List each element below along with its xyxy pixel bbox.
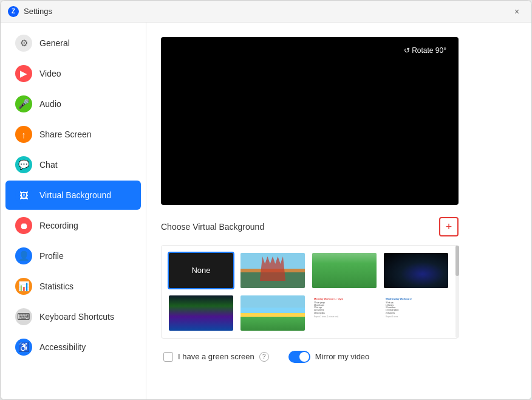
accessibility-icon: ♿: [15, 339, 32, 356]
app-icon: Z: [8, 6, 19, 17]
video-icon: ▶: [15, 65, 32, 82]
profile-icon: 👤: [15, 247, 32, 264]
sidebar-label-virtual-background: Virtual Background: [39, 190, 111, 200]
virtual-background-icon: 🖼: [15, 187, 32, 204]
keyboard-shortcuts-icon: ⌨: [15, 308, 32, 325]
sidebar-item-profile[interactable]: 👤 Profile: [5, 241, 141, 271]
mirror-video-toggle[interactable]: [288, 351, 310, 363]
content-area: ⚙ General ▶ Video 🎤 Audio ↑ Share Screen…: [1, 22, 531, 399]
add-background-button[interactable]: +: [439, 217, 459, 236]
scrollbar-track[interactable]: [455, 246, 459, 338]
bg-none-label: None: [169, 253, 233, 288]
video-preview: ↺ Rotate 90°: [161, 37, 459, 205]
sidebar-label-recording: Recording: [39, 221, 78, 230]
bg-item-workout2[interactable]: Wednesday Workout 2 30 sit ups15 lunges2…: [383, 294, 449, 332]
bg-grid: None: [168, 252, 452, 332]
bg-item-aurora[interactable]: [168, 294, 234, 332]
green-screen-checkbox[interactable]: [163, 352, 173, 362]
sidebar-item-accessibility[interactable]: ♿ Accessibility: [5, 333, 141, 362]
general-icon: ⚙: [15, 35, 32, 52]
bg-item-bridge[interactable]: [239, 252, 306, 289]
bg-aurora-preview: [169, 295, 233, 331]
bg-item-none[interactable]: None: [168, 252, 234, 289]
scrollbar-thumb[interactable]: [455, 246, 459, 276]
bottom-options: I have a green screen ? Mirror my video: [161, 351, 517, 363]
sidebar-item-recording[interactable]: ⏺ Recording: [5, 211, 141, 240]
sidebar-label-chat: Chat: [39, 160, 58, 170]
titlebar-title: Settings: [24, 7, 52, 16]
bg-grid-container: None: [161, 245, 459, 339]
green-screen-group: I have a green screen ?: [163, 352, 269, 362]
sidebar-item-virtual-background[interactable]: 🖼 Virtual Background: [5, 181, 141, 210]
share-screen-icon: ↑: [15, 126, 32, 143]
bg-workout1-preview: Monday Workout 1 : Gym 55 star jumps15 p…: [312, 295, 377, 331]
green-screen-help-icon[interactable]: ?: [259, 352, 269, 362]
sidebar-item-statistics[interactable]: 📊 Statistics: [5, 272, 141, 301]
titlebar: Z Settings ×: [1, 1, 531, 22]
sidebar-label-general: General: [39, 38, 70, 48]
bg-item-workout1[interactable]: Monday Workout 1 : Gym 55 star jumps15 p…: [311, 294, 378, 332]
bg-beach-preview: [240, 295, 305, 331]
green-screen-label: I have a green screen: [178, 352, 254, 361]
sidebar-label-accessibility: Accessibility: [39, 342, 86, 352]
rotate-button[interactable]: ↺ Rotate 90°: [398, 43, 452, 58]
sidebar-item-keyboard-shortcuts[interactable]: ⌨ Keyboard Shortcuts: [5, 302, 141, 331]
bg-workout2-preview: Wednesday Workout 2 30 sit ups15 lunges2…: [384, 295, 448, 331]
settings-window: Z Settings × ⚙ General ▶ Video 🎤 Audio: [0, 0, 532, 400]
sidebar-item-general[interactable]: ⚙ General: [5, 29, 141, 58]
audio-icon: 🎤: [15, 95, 32, 112]
bg-header: Choose Virtual Background +: [161, 217, 459, 236]
sidebar-label-statistics: Statistics: [39, 281, 73, 291]
sidebar-item-chat[interactable]: 💬 Chat: [5, 150, 141, 179]
sidebar-item-share-screen[interactable]: ↑ Share Screen: [5, 120, 141, 149]
sidebar-label-audio: Audio: [39, 99, 61, 109]
choose-bg-title: Choose Virtual Background: [161, 222, 264, 232]
sidebar-label-share-screen: Share Screen: [39, 129, 92, 139]
titlebar-left: Z Settings: [8, 6, 52, 17]
close-button[interactable]: ×: [510, 4, 524, 19]
sidebar-item-audio[interactable]: 🎤 Audio: [5, 89, 141, 119]
sidebar-label-profile: Profile: [39, 251, 64, 261]
sidebar-label-video: Video: [39, 69, 61, 78]
sidebar-item-video[interactable]: ▶ Video: [5, 59, 141, 88]
main-panel: ↺ Rotate 90° Choose Virtual Background +…: [146, 22, 531, 399]
background-chooser: Choose Virtual Background + None: [161, 217, 459, 339]
bridge-shape: [260, 257, 285, 281]
recording-icon: ⏺: [15, 217, 32, 234]
bg-item-beach[interactable]: [239, 294, 306, 332]
chat-icon: 💬: [15, 156, 32, 173]
bg-item-grass[interactable]: [311, 252, 378, 289]
mirror-video-group: Mirror my video: [288, 351, 370, 363]
bg-grass-preview: [312, 253, 377, 288]
bg-bridge-preview: [240, 253, 305, 288]
sidebar: ⚙ General ▶ Video 🎤 Audio ↑ Share Screen…: [1, 22, 146, 399]
mirror-video-label: Mirror my video: [315, 352, 370, 361]
statistics-icon: 📊: [15, 278, 32, 295]
bg-space-preview: [384, 253, 448, 288]
bg-item-space[interactable]: [383, 252, 449, 289]
sidebar-label-keyboard-shortcuts: Keyboard Shortcuts: [39, 312, 114, 322]
